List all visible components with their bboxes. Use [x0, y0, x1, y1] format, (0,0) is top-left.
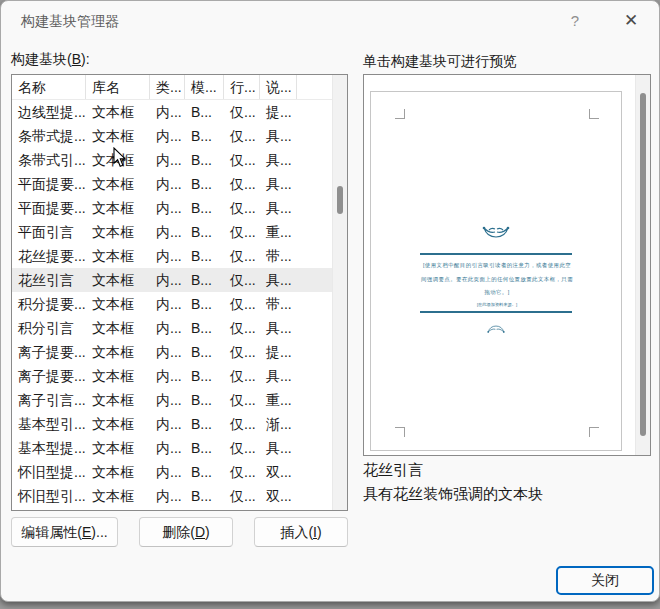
cell-behavior: 仅...	[224, 124, 260, 148]
table-row[interactable]: 积分提要... 文本框 内... B... 仅... 带...	[12, 292, 332, 316]
insert-button[interactable]: 插入(I)	[254, 517, 348, 547]
table-row[interactable]: 基本型引... 文本框 内... B... 仅... 渐...	[12, 412, 332, 436]
cell-description: 具...	[260, 316, 297, 340]
cell-gallery: 文本框	[86, 244, 150, 268]
cell-behavior: 仅...	[224, 436, 260, 460]
building-blocks-organizer-dialog: 构建基块管理器 ? ✕ 构建基块(B): 名称 库名 类... 模... 行..…	[0, 0, 660, 602]
cell-gallery: 文本框	[86, 436, 150, 460]
cell-gallery: 文本框	[86, 196, 150, 220]
cell-name: 平面引言	[12, 220, 86, 244]
table-row[interactable]: 怀旧型引... 文本框 内... B... 仅... 双...	[12, 484, 332, 508]
cell-category: 内...	[150, 364, 185, 388]
button-text: 删除(	[162, 524, 195, 540]
cell-description: 双...	[260, 484, 297, 508]
cell-name: 离子引言...	[12, 388, 86, 412]
column-header-gallery[interactable]: 库名	[86, 75, 150, 99]
cell-template: B...	[185, 388, 224, 412]
label-text: ):	[81, 51, 90, 67]
button-mnemonic: D	[195, 524, 205, 540]
table-row[interactable]: 离子提要... 文本框 内... B... 仅... 具...	[12, 364, 332, 388]
cell-gallery: 文本框	[86, 412, 150, 436]
cell-description: 具...	[260, 268, 297, 292]
table-row[interactable]: 花丝提要... 文本框 内... B... 仅... 带...	[12, 244, 332, 268]
cell-category: 内...	[150, 388, 185, 412]
filigree-ornament-top-icon	[371, 224, 621, 244]
label-text: 构建基块(	[11, 51, 72, 67]
column-header-name[interactable]: 名称	[12, 75, 86, 99]
cell-behavior: 仅...	[224, 268, 260, 292]
table-row[interactable]: 花丝引言 文本框 内... B... 仅... 具...	[12, 268, 332, 292]
column-header-description[interactable]: 说...	[260, 75, 297, 99]
table-row[interactable]: 怀旧型提... 文本框 内... B... 仅... 双...	[12, 460, 332, 484]
cell-category: 内...	[150, 340, 185, 364]
button-text: )	[317, 524, 322, 540]
mouse-cursor-icon	[113, 147, 127, 168]
button-text: 插入(	[280, 524, 313, 540]
cell-description: 重...	[260, 220, 297, 244]
cell-category: 内...	[150, 148, 185, 172]
cell-behavior: 仅...	[224, 460, 260, 484]
cell-name: 离子引言	[12, 508, 86, 511]
edit-properties-button[interactable]: 编辑属性(E)...	[11, 517, 118, 547]
help-icon[interactable]: ?	[559, 7, 591, 35]
preview-scrollbar[interactable]	[635, 75, 650, 455]
cell-category: 内...	[150, 220, 185, 244]
quote-divider-bottom	[420, 311, 572, 313]
cell-template: B...	[185, 148, 224, 172]
cell-behavior: 仅...	[224, 148, 260, 172]
column-header-behavior[interactable]: 行...	[224, 75, 260, 99]
cell-behavior: 仅...	[224, 316, 260, 340]
table-row[interactable]: 条带式提... 文本框 内... B... 仅... 具...	[12, 124, 332, 148]
table-row[interactable]: 平面提要... 文本框 内... B... 仅... 具...	[12, 196, 332, 220]
preview-page: [使用文档中醒目的引言吸引读者的注意力，或者使用此空间强调要点。要在此页面上的任…	[370, 91, 622, 451]
cell-template: B...	[185, 220, 224, 244]
table-row[interactable]: 边线型提... 文本框 内... B... 仅... 提...	[12, 100, 332, 124]
cell-description: 具...	[260, 172, 297, 196]
cell-behavior: 仅...	[224, 484, 260, 508]
list-scrollbar-thumb[interactable]	[337, 186, 343, 214]
cell-description: 具...	[260, 436, 297, 460]
selected-block-name: 花丝引言	[363, 461, 423, 480]
title-bar: 构建基块管理器 ? ✕	[1, 1, 659, 41]
cell-name: 平面提要...	[12, 196, 86, 220]
cell-category: 内...	[150, 292, 185, 316]
cell-description: 具...	[260, 124, 297, 148]
quote-divider-top	[420, 253, 572, 255]
quote-placeholder-text: [使用文档中醒目的引言吸引读者的注意力，或者使用此空间强调要点。要在此页面上的任…	[421, 258, 574, 300]
table-row[interactable]: 离子引言 文本框 内... B... 仅... 重...	[12, 508, 332, 511]
table-row[interactable]: 平面提要... 文本框 内... B... 仅... 具...	[12, 172, 332, 196]
cell-template: B...	[185, 124, 224, 148]
delete-button[interactable]: 删除(D)	[139, 517, 233, 547]
close-button[interactable]: 关闭	[556, 566, 654, 595]
filigree-ornament-bottom-icon	[415, 322, 578, 335]
close-icon[interactable]: ✕	[615, 7, 647, 35]
cell-name: 花丝提要...	[12, 244, 86, 268]
cell-name: 平面提要...	[12, 172, 86, 196]
column-header-category[interactable]: 类...	[150, 75, 185, 99]
label-mnemonic: B	[72, 51, 81, 67]
table-row[interactable]: 条带式引... 文本框 内... B... 仅... 具...	[12, 148, 332, 172]
quote-source-text: [在此添加资料来源。]	[426, 302, 569, 308]
list-scrollbar[interactable]	[332, 75, 347, 510]
button-text: )	[205, 524, 210, 540]
cell-template: B...	[185, 316, 224, 340]
table-row[interactable]: 离子引言... 文本框 内... B... 仅... 重...	[12, 388, 332, 412]
crop-mark-bottom-left-icon	[395, 427, 405, 437]
crop-mark-top-right-icon	[589, 109, 599, 119]
preview-scrollbar-thumb[interactable]	[640, 93, 646, 436]
cell-description: 重...	[260, 508, 297, 511]
table-row[interactable]: 平面引言 文本框 内... B... 仅... 重...	[12, 220, 332, 244]
cell-description: 具...	[260, 196, 297, 220]
table-row[interactable]: 基本型提... 文本框 内... B... 仅... 具...	[12, 436, 332, 460]
cell-gallery: 文本框	[86, 316, 150, 340]
cell-description: 提...	[260, 340, 297, 364]
table-row[interactable]: 积分引言 文本框 内... B... 仅... 具...	[12, 316, 332, 340]
cell-name: 怀旧型提...	[12, 460, 86, 484]
cell-gallery: 文本框	[86, 364, 150, 388]
button-mnemonic: E	[82, 524, 91, 540]
table-row[interactable]: 离子提要... 文本框 内... B... 仅... 提...	[12, 340, 332, 364]
cell-gallery: 文本框	[86, 508, 150, 511]
list-header-row: 名称 库名 类... 模... 行... 说...	[12, 75, 332, 100]
column-header-template[interactable]: 模...	[185, 75, 224, 99]
preview-pane: [使用文档中醒目的引言吸引读者的注意力，或者使用此空间强调要点。要在此页面上的任…	[363, 74, 651, 456]
